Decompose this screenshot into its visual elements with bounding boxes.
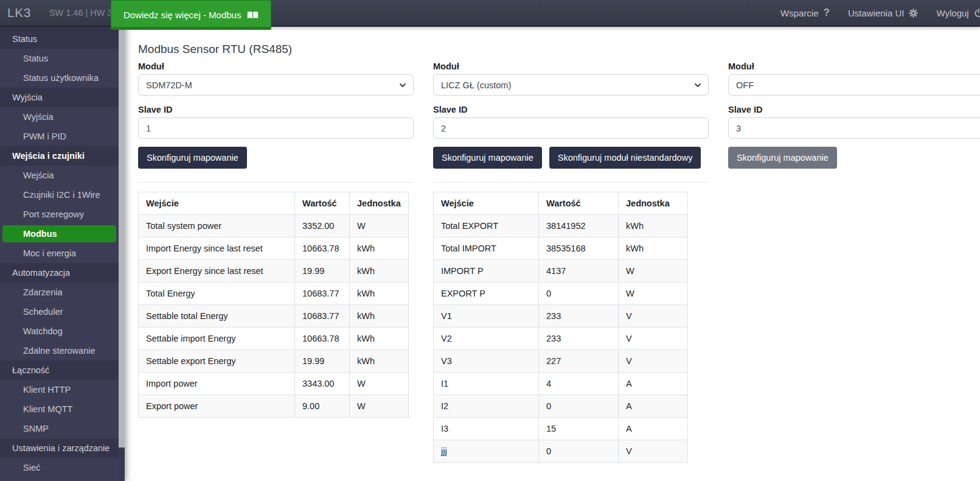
sensor-values-table: WejścieWartośćJednostkaTotal system powe… — [138, 192, 409, 418]
table-cell: V2 — [434, 328, 539, 350]
table-header-warto: Wartość — [295, 192, 350, 215]
slave-id-label: Slave ID — [433, 105, 709, 114]
sidebar-scrollbar[interactable] — [119, 26, 125, 481]
table-row: EXPORT P0W — [434, 283, 688, 305]
table-cell: V — [619, 305, 688, 328]
sensor-values-table: WejścieWartośćJednostkaTotal EXPORT38141… — [433, 192, 688, 463]
table-cell: 10683.77 — [295, 283, 350, 305]
sidebar-item-status[interactable]: Status — [0, 49, 119, 68]
sidebar-item-snmp[interactable]: SNMP — [0, 419, 119, 438]
table-cell: Import power — [139, 373, 295, 395]
table-row: Import power3343.00W — [139, 373, 409, 395]
button-row: Skonfiguruj mapowanie — [138, 147, 414, 169]
table-cell: 19.99 — [295, 350, 350, 373]
module-select[interactable]: LICZ GŁ (custom) — [433, 74, 709, 96]
table-cell: kWh — [350, 237, 409, 260]
table-cell: 10663.78 — [295, 237, 350, 260]
table-row: V3227V — [434, 350, 688, 373]
table-cell: 38535168 — [539, 237, 619, 260]
sidebar-item-status-u-ytkownika[interactable]: Status użytkownika — [0, 68, 119, 88]
table-cell: Total IMPORT — [434, 237, 539, 260]
table-header-row: WejścieWartośćJednostka — [434, 192, 688, 215]
learn-more-button[interactable]: Dowiedz się więcej - Modbus — [111, 0, 271, 30]
table-header-jednostka: Jednostka — [619, 192, 688, 215]
module-select[interactable]: SDM72D-M — [138, 74, 414, 96]
skonfiguruj-mapowanie-button[interactable]: Skonfiguruj mapowanie — [433, 147, 542, 169]
topbar-links: Wsparcie ? Ustawienia UI — [780, 0, 980, 26]
app-brand: LK3 — [7, 5, 31, 20]
table-header-wej-cie: Wejście — [434, 192, 539, 215]
table-cell: V1 — [434, 305, 539, 328]
table-cell: Total Energy — [139, 283, 295, 305]
table-cell: A — [619, 373, 688, 395]
sidebar-item-zdarzenia[interactable]: Zdarzenia — [0, 283, 119, 302]
sidebar-item-scheduler[interactable]: Scheduler — [0, 302, 119, 321]
help-icon: ? — [824, 7, 830, 19]
sidebar-item-klient-mqtt[interactable]: Klient MQTT — [0, 399, 119, 419]
sidebar-item-zdalne-sterowanie[interactable]: Zdalne sterowanie — [0, 341, 119, 360]
table-cell: Total system power — [139, 215, 295, 237]
module-column-3: ModułOFFSlave IDSkonfiguruj mapowanie — [728, 61, 980, 463]
module-select[interactable]: OFF — [728, 74, 980, 96]
table-cell: kWh — [350, 305, 409, 328]
skonfiguruj-mapowanie-button[interactable]: Skonfiguruj mapowanie — [728, 147, 837, 169]
sidebar-item-pwm-i-pid[interactable]: PWM i PID — [0, 127, 119, 146]
table-row: Total Energy10683.77kWh — [139, 283, 409, 305]
table-row: Settable export Energy19.99kWh — [139, 350, 409, 373]
sidebar-item-wej-cia[interactable]: Wejścia — [0, 166, 119, 185]
slave-id-label: Slave ID — [728, 105, 980, 114]
sidebar-item-watchdog[interactable]: Watchdog — [0, 321, 119, 341]
column-divider — [138, 182, 414, 183]
table-cell: 38141952 — [539, 215, 619, 237]
sidebar-item-czujniki-i2c-i-1wire[interactable]: Czujniki I2C i 1Wire — [0, 185, 119, 205]
table-header-wej-cie: Wejście — [139, 192, 295, 215]
book-icon — [247, 11, 259, 19]
sidebar-scrollbar-thumb[interactable] — [119, 29, 125, 448]
table-cell: W — [350, 215, 409, 237]
skonfiguruj-modu-niestandardowy-button[interactable]: Skonfiguruj moduł niestandardowy — [549, 147, 701, 169]
table-cell: 0 — [539, 440, 619, 463]
table-cell: 10663.78 — [295, 328, 350, 350]
table-cell: jjj — [434, 440, 539, 463]
table-row: V1233V — [434, 305, 688, 328]
table-row: Settable total Energy10683.77kWh — [139, 305, 409, 328]
table-cell: 19.99 — [295, 260, 350, 283]
table-row: V2233V — [434, 328, 688, 350]
sidebar-item-sie[interactable]: Sieć — [0, 458, 119, 477]
slave-id-label: Slave ID — [138, 105, 414, 114]
sidebar-item-moc-i-energia[interactable]: Moc i energia — [0, 244, 119, 263]
table-row: Settable import Energy10663.78kWh — [139, 328, 409, 350]
module-columns: ModułSDM72D-MSlave IDSkonfiguruj mapowan… — [138, 61, 980, 463]
table-row: IMPORT P4137W — [434, 260, 688, 283]
slave-id-input[interactable] — [433, 118, 709, 139]
table-header-jednostka: Jednostka — [350, 192, 409, 215]
sidebar-item-wyj-cia[interactable]: Wyjścia — [0, 107, 119, 127]
ui-settings-label: Ustawienia UI — [848, 8, 905, 18]
table-cell: Export Energy since last reset — [139, 260, 295, 283]
table-row: Export power9.00W — [139, 395, 409, 418]
table-row: Total IMPORT38535168kWh — [434, 237, 688, 260]
table-cell: Settable export Energy — [139, 350, 295, 373]
table-cell: 15 — [539, 418, 619, 440]
sidebar-item-klient-http[interactable]: Klient HTTP — [0, 380, 119, 399]
support-link[interactable]: Wsparcie ? — [780, 7, 830, 19]
logout-link[interactable]: Wyloguj — [936, 8, 980, 18]
table-cell: W — [619, 283, 688, 305]
table-cell: W — [350, 373, 409, 395]
button-row: Skonfiguruj mapowanie — [728, 147, 980, 169]
table-cell: A — [619, 395, 688, 418]
table-row: I20A — [434, 395, 688, 418]
slave-id-input[interactable] — [728, 118, 980, 139]
table-cell: V3 — [434, 350, 539, 373]
slave-id-input[interactable] — [138, 118, 414, 139]
table-cell: kWh — [350, 328, 409, 350]
module-label: Moduł — [728, 61, 980, 71]
sidebar-item-modbus[interactable]: Modbus — [2, 225, 116, 242]
skonfiguruj-mapowanie-button[interactable]: Skonfiguruj mapowanie — [138, 147, 247, 169]
ui-settings-link[interactable]: Ustawienia UI — [848, 8, 919, 18]
sidebar-item-port-szeregowy[interactable]: Port szeregowy — [0, 205, 119, 224]
topbar: LK3 SW 1.46 | HW 3.6 Dowiedz się więcej … — [0, 0, 980, 27]
table-cell: kWh — [619, 215, 688, 237]
table-header-warto: Wartość — [539, 192, 619, 215]
sidebar-nav: StatusStatusStatus użytkownikaWyjściaWyj… — [0, 26, 119, 481]
